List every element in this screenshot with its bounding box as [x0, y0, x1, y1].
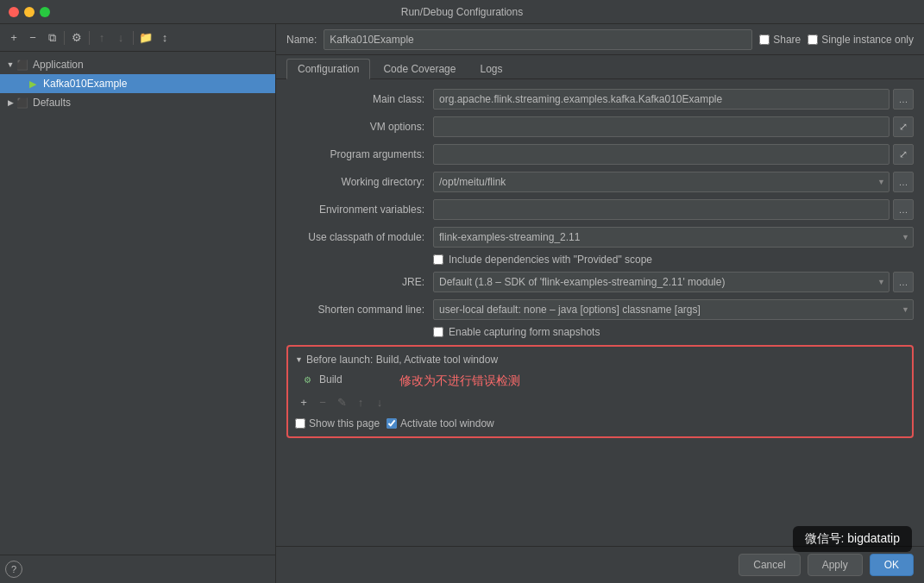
settings-button[interactable]: ⚙ — [68, 29, 85, 47]
bl-remove-button[interactable]: − — [314, 393, 331, 411]
bl-edit-button[interactable]: ✎ — [333, 393, 350, 411]
working-dir-browse-button[interactable]: … — [893, 172, 914, 192]
classpath-row: Use classpath of module: flink-examples-… — [286, 226, 914, 248]
share-checkbox[interactable] — [759, 34, 770, 45]
main-class-browse-button[interactable]: … — [893, 89, 914, 110]
program-args-input[interactable] — [433, 144, 889, 165]
expand-arrow-kafka010 — [16, 78, 26, 89]
activate-window-label[interactable]: Activate tool window — [387, 417, 494, 429]
form-snapshots-row: Enable capturing form snapshots — [286, 326, 914, 338]
include-deps-row: Include dependencies with "Provided" sco… — [286, 254, 914, 266]
bottom-bar: Cancel Apply OK — [276, 546, 924, 583]
help-button[interactable]: ? — [5, 561, 22, 578]
move-down-button[interactable]: ↓ — [112, 29, 129, 47]
env-vars-label: Environment variables: — [286, 204, 433, 216]
title-bar: Run/Debug Configurations — [0, 0, 924, 24]
env-vars-input[interactable] — [433, 199, 889, 220]
main-container: + − ⧉ ⚙ ↑ ↓ 📁 ↕ ▼ ⬛ Application ▶ Kafka0… — [0, 24, 924, 583]
activate-window-text: Activate tool window — [400, 417, 494, 429]
tree-label-kafka010: Kafka010Example — [43, 78, 127, 90]
annotation-text: 修改为不进行错误检测 — [399, 373, 520, 389]
minimize-button[interactable] — [24, 7, 35, 17]
shorten-cmd-select[interactable]: user-local default: none – java [options… — [433, 299, 914, 320]
expand-arrow-application: ▼ — [5, 60, 16, 70]
before-launch-section: ▼ Before launch: Build, Activate tool wi… — [286, 345, 914, 438]
name-row: Name: Share Single instance only — [276, 24, 924, 55]
tree-label-defaults: Defaults — [33, 97, 71, 109]
separator2 — [89, 31, 90, 45]
working-dir-label: Working directory: — [286, 176, 433, 188]
working-dir-field: /opt/meitu/flink ▼ … — [433, 172, 914, 192]
shorten-cmd-row: Shorten command line: user-local default… — [286, 298, 914, 321]
bl-up-button[interactable]: ↑ — [352, 393, 369, 411]
include-deps-checkbox[interactable] — [433, 254, 443, 265]
build-item: ⚙ Build — [295, 371, 348, 388]
env-vars-field: … — [433, 199, 914, 220]
working-dir-select[interactable]: /opt/meitu/flink — [433, 172, 889, 192]
classpath-dropdown-wrapper: flink-examples-streaming_2.11 ▼ — [433, 227, 914, 248]
program-args-label: Program arguments: — [286, 148, 433, 160]
tree-item-kafka010[interactable]: ▶ Kafka010Example — [0, 74, 275, 93]
vm-options-field: ⤢ — [433, 116, 914, 137]
share-label-text: Share — [773, 34, 801, 46]
defaults-icon: ⬛ — [16, 96, 29, 110]
activate-window-checkbox[interactable] — [387, 418, 397, 429]
jre-label: JRE: — [286, 276, 433, 288]
classpath-select[interactable]: flink-examples-streaming_2.11 — [433, 227, 914, 248]
show-page-label[interactable]: Show this page — [295, 417, 380, 429]
share-checkbox-label[interactable]: Share — [759, 34, 801, 46]
tab-configuration[interactable]: Configuration — [286, 59, 370, 79]
remove-config-button[interactable]: − — [24, 29, 41, 47]
bl-down-button[interactable]: ↓ — [371, 393, 388, 411]
single-instance-label[interactable]: Single instance only — [808, 34, 914, 46]
build-icon: ⚙ — [300, 373, 314, 386]
tree-item-defaults[interactable]: ▶ ⬛ Defaults — [0, 93, 275, 112]
sidebar-bottom: ? — [0, 555, 275, 583]
jre-dropdown-wrapper: Default (1.8 – SDK of 'flink-examples-st… — [433, 272, 889, 292]
copy-config-button[interactable]: ⧉ — [43, 29, 60, 47]
run-config-icon: ▶ — [26, 77, 40, 91]
maximize-button[interactable] — [40, 7, 50, 17]
tab-code-coverage[interactable]: Code Coverage — [372, 59, 467, 78]
form-snapshots-checkbox[interactable] — [433, 327, 443, 337]
sidebar-tree: ▼ ⬛ Application ▶ Kafka010Example ▶ ⬛ De… — [0, 52, 275, 555]
application-folder-icon: ⬛ — [16, 58, 29, 72]
ok-button[interactable]: OK — [870, 554, 914, 576]
classpath-field: flink-examples-streaming_2.11 ▼ — [433, 227, 914, 248]
main-class-label: Main class: — [286, 93, 433, 105]
sidebar: + − ⧉ ⚙ ↑ ↓ 📁 ↕ ▼ ⬛ Application ▶ Kafka0… — [0, 24, 276, 583]
folder-button[interactable]: 📁 — [137, 29, 154, 47]
apply-button[interactable]: Apply — [808, 554, 863, 576]
program-args-expand-button[interactable]: ⤢ — [893, 144, 914, 165]
vm-options-row: VM options: ⤢ — [286, 116, 914, 138]
jre-select[interactable]: Default (1.8 – SDK of 'flink-examples-st… — [433, 272, 889, 292]
vm-options-label: VM options: — [286, 121, 433, 133]
tab-logs[interactable]: Logs — [468, 59, 513, 78]
close-button[interactable] — [9, 7, 19, 17]
shorten-cmd-dropdown-wrapper: user-local default: none – java [options… — [433, 299, 914, 320]
name-input[interactable] — [324, 29, 752, 50]
jre-browse-button[interactable]: … — [893, 272, 914, 292]
tree-item-application[interactable]: ▼ ⬛ Application — [0, 55, 275, 74]
before-launch-title: Before launch: Build, Activate tool wind… — [306, 354, 498, 366]
separator — [64, 31, 65, 45]
cancel-button[interactable]: Cancel — [739, 554, 800, 576]
sidebar-toolbar: + − ⧉ ⚙ ↑ ↓ 📁 ↕ — [0, 24, 275, 52]
before-launch-toolbar: + − ✎ ↑ ↓ — [295, 392, 905, 412]
move-up-button[interactable]: ↑ — [93, 29, 110, 47]
vm-options-input[interactable] — [433, 116, 889, 137]
add-config-button[interactable]: + — [5, 29, 22, 47]
main-class-input[interactable] — [433, 89, 889, 110]
working-dir-row: Working directory: /opt/meitu/flink ▼ … — [286, 171, 914, 193]
working-dir-dropdown-wrapper: /opt/meitu/flink ▼ — [433, 172, 889, 192]
sort-button[interactable]: ↕ — [156, 29, 173, 47]
program-args-row: Program arguments: ⤢ — [286, 143, 914, 166]
vm-options-expand-button[interactable]: ⤢ — [893, 116, 914, 137]
window-controls — [9, 7, 50, 17]
single-instance-checkbox[interactable] — [808, 34, 818, 45]
bl-add-button[interactable]: + — [295, 393, 312, 411]
show-page-checkbox[interactable] — [295, 418, 305, 429]
show-page-text: Show this page — [309, 417, 380, 429]
env-vars-browse-button[interactable]: … — [893, 199, 914, 220]
before-launch-arrow-icon: ▼ — [295, 355, 303, 364]
